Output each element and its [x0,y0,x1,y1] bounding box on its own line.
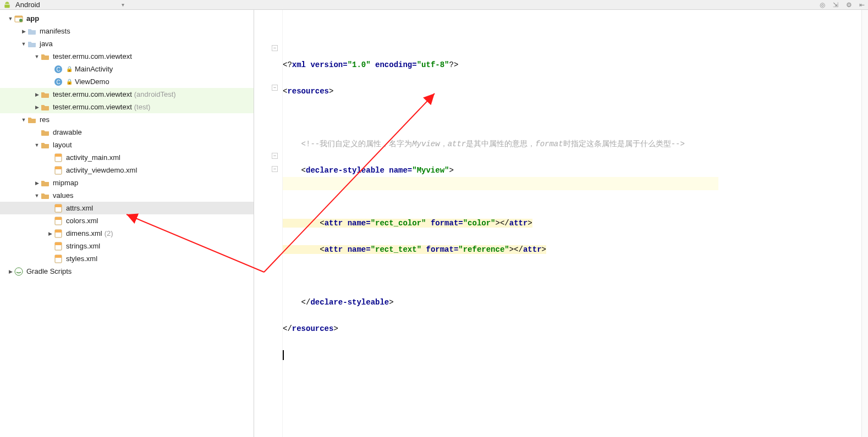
fold-marker-icon[interactable]: − [272,45,278,51]
package-icon [41,90,50,99]
hide-icon[interactable]: ⇤ [858,1,866,9]
svg-text:C: C [56,67,60,73]
folder-icon [41,128,50,137]
tree-package-main[interactable]: ▼ tester.ermu.com.viewtext [0,50,254,63]
svg-rect-28 [55,217,62,220]
svg-point-0 [6,3,7,3]
folder-icon [41,191,50,200]
tree-label: app [26,14,39,23]
editor-gutter: − − − − [254,10,283,437]
current-line-highlight [283,177,718,190]
chevron-right-icon: ▶ [33,92,41,97]
package-icon [41,52,50,61]
lock-icon: 🔒 [66,66,73,72]
project-toolbar: Android ▾ ◎ ⇲ ⚙ ⇤ [0,0,868,10]
svg-text:C: C [56,79,60,85]
editor: − − − − <?xml version="1.0" encoding="ut… [254,10,868,437]
tree-label: tester.ermu.com.viewtext [53,90,132,98]
target-icon[interactable]: ◎ [818,1,826,9]
xml-file-icon [54,166,63,175]
collapse-icon[interactable]: ⇲ [832,1,839,9]
chevron-down-icon: ▼ [33,193,41,198]
fold-marker-icon[interactable]: − [272,153,278,159]
tree-view-demo[interactable]: C 🔒 ViewDemo [0,75,254,88]
tree-label: colors.xml [66,217,98,225]
tree-label-suffix: (test) [134,103,151,111]
tree-res[interactable]: ▼ res [0,113,254,126]
tree-label: mipmap [53,179,78,187]
tree-label: tester.ermu.com.viewtext [53,103,132,111]
fold-marker-icon[interactable]: − [272,85,278,91]
tree-colors-xml[interactable]: colors.xml [0,214,254,227]
tree-drawable[interactable]: drawable [0,126,254,139]
chevron-right-icon: ▶ [33,180,41,186]
res-folder-icon [28,115,36,124]
svg-point-16 [19,19,23,22]
svg-point-1 [8,3,8,3]
svg-rect-15 [15,16,23,18]
tree-mipmap[interactable]: ▶ mipmap [0,176,254,189]
tree-label: activity_main.xml [66,153,120,162]
xml-file-icon [54,255,63,263]
tree-layout[interactable]: ▼ layout [0,139,254,151]
chevron-right-icon: ▶ [7,269,14,274]
tree-label: values [53,191,74,200]
tree-java[interactable]: ▼ java [0,37,254,50]
tree-activity-main-xml[interactable]: activity_main.xml [0,151,254,164]
tree-styles-xml[interactable]: styles.xml [0,252,254,265]
tree-label-suffix: (2) [105,229,113,237]
gradle-icon [14,267,23,276]
folder-icon [28,27,36,36]
tree-label: layout [53,141,72,149]
svg-rect-32 [55,242,62,245]
svg-point-35 [15,268,23,275]
fold-marker-icon[interactable]: − [272,166,278,172]
chevron-down-icon: ▼ [33,54,41,59]
tree-label: manifests [40,27,70,35]
lock-icon: 🔒 [66,79,73,85]
xml-file-icon [54,204,63,213]
tree-label: attrs.xml [66,204,93,212]
tree-gradle-scripts[interactable]: ▶ Gradle Scripts [0,265,254,278]
tree-manifests[interactable]: ▶ manifests [0,25,254,37]
svg-rect-22 [55,154,62,157]
code-editor[interactable]: <?xml version="1.0" encoding="utf-8"?> <… [283,10,718,437]
tree-label: activity_viewdemo.xml [66,166,137,174]
tree-label: dimens.xml [66,229,102,237]
chevron-right-icon: ▶ [33,104,41,110]
tree-strings-xml[interactable]: strings.xml [0,240,254,252]
tree-label-suffix: (androidTest) [134,90,176,98]
tree-label: res [40,115,50,124]
tree-attrs-xml[interactable]: attrs.xml [0,202,254,214]
package-icon [41,103,50,112]
java-class-icon: C [54,65,63,74]
chevron-down-icon: ▼ [20,117,28,123]
tree-label: ViewDemo [75,78,109,86]
project-tree: ▼ app ▶ manifests ▼ java ▼ tester.ermu.c… [0,10,254,437]
xml-file-icon [54,153,63,162]
svg-rect-26 [55,204,62,207]
tree-package-androidtest[interactable]: ▶ tester.ermu.com.viewtext (androidTest) [0,88,254,101]
folder-icon [41,141,50,150]
tree-main-activity[interactable]: C 🔒 MainActivity [0,63,254,75]
tree-dimens-xml[interactable]: ▶ dimens.xml (2) [0,227,254,240]
editor-margin-strip [861,10,868,437]
xml-file-icon [54,217,63,225]
chevron-right-icon: ▶ [46,231,54,236]
xml-file-icon [54,242,63,251]
tree-values[interactable]: ▼ values [0,189,254,202]
svg-rect-34 [55,255,62,258]
chevron-right-icon: ▶ [20,29,28,34]
tree-package-test[interactable]: ▶ tester.ermu.com.viewtext (test) [0,101,254,113]
xml-file-icon [54,229,63,238]
tree-activity-viewdemo-xml[interactable]: activity_viewdemo.xml [0,164,254,176]
tree-app[interactable]: ▼ app [0,12,254,25]
tree-label: tester.ermu.com.viewtext [53,52,132,60]
tree-label: styles.xml [66,255,97,263]
svg-rect-30 [55,230,62,233]
java-class-icon: C [54,78,63,86]
chevron-down-icon: ▾ [122,2,124,8]
chevron-down-icon: ▼ [33,142,41,148]
view-mode-dropdown[interactable]: Android ▾ [3,1,124,9]
gear-icon[interactable]: ⚙ [845,1,853,9]
